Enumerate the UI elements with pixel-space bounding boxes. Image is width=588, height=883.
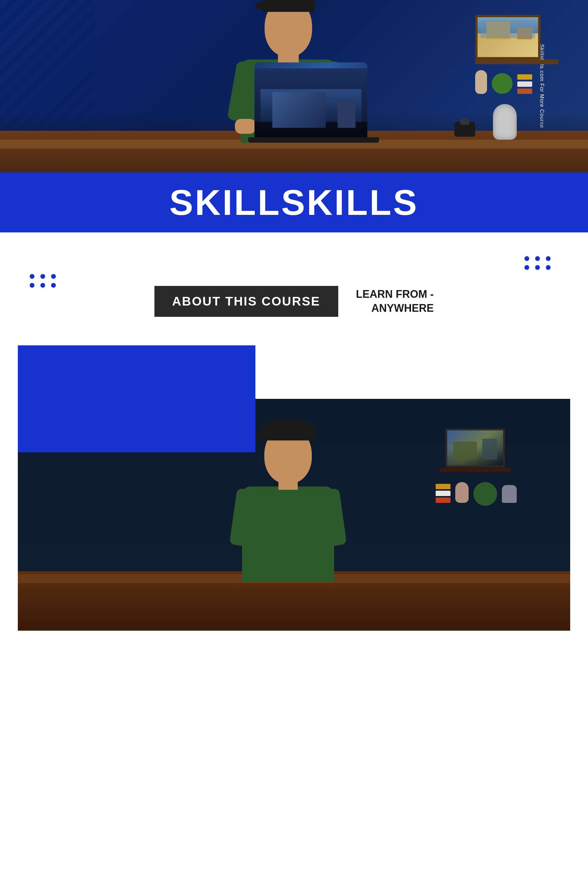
laptop (255, 62, 368, 140)
about-badge-container: ABOUT THIS COURSE LEARN FROM - ANYWHERE (30, 286, 558, 317)
video-shelf (446, 429, 511, 472)
dot (40, 283, 45, 288)
dots-left-decoration (30, 274, 58, 288)
camera-decoration (454, 122, 475, 137)
dot (51, 283, 56, 288)
video-section (0, 345, 588, 631)
speaker-decoration (493, 104, 517, 140)
about-badge[interactable]: ABOUT THIS COURSE (154, 286, 338, 317)
hero-section: Skillskills.com For More Course (0, 0, 588, 172)
laptop-base (248, 137, 379, 143)
dot (535, 265, 540, 270)
dot (30, 274, 34, 279)
dot (525, 256, 529, 261)
video-desk-decorations (436, 482, 517, 503)
brand-title: SKILLSKILLS (0, 182, 588, 223)
about-badge-text: ABOUT THIS COURSE (172, 294, 320, 308)
middle-section: ABOUT THIS COURSE LEARN FROM - ANYWHERE (0, 232, 588, 345)
learn-from-text: LEARN FROM - ANYWHERE (356, 287, 434, 315)
dot (546, 256, 550, 261)
dots-right-decoration (525, 256, 552, 270)
dot (535, 256, 540, 261)
dot (30, 283, 34, 288)
shelf-decoration (475, 15, 558, 94)
dot (546, 265, 550, 270)
dot (525, 265, 529, 270)
blue-rect-decoration (18, 345, 255, 452)
brand-bar: SKILLSKILLS (0, 172, 588, 232)
dot (51, 274, 56, 279)
dot (40, 274, 45, 279)
